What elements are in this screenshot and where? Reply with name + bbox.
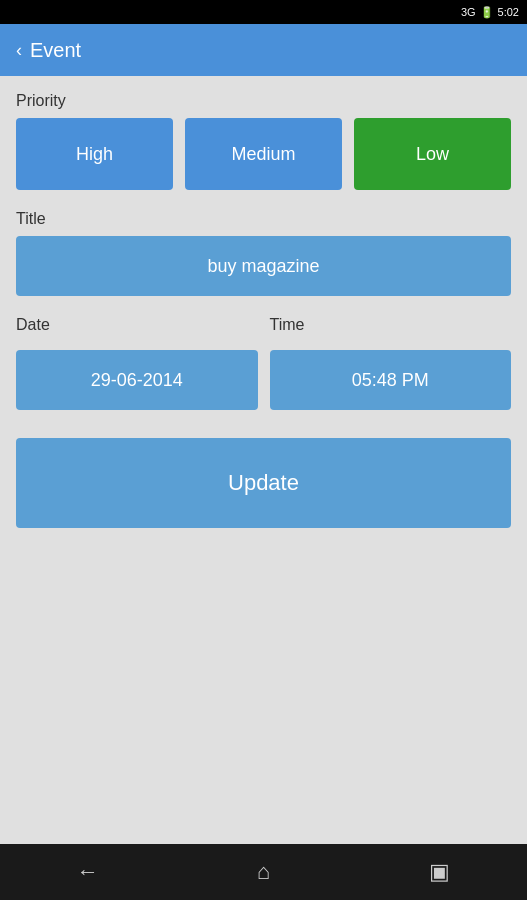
date-time-row: Date 29-06-2014 Time 05:48 PM [16, 316, 511, 410]
back-button[interactable]: ‹ [16, 40, 22, 61]
nav-recent-button[interactable]: ▣ [409, 852, 469, 892]
priority-medium-button[interactable]: Medium [185, 118, 342, 190]
priority-low-button[interactable]: Low [354, 118, 511, 190]
time-label: Time [270, 316, 512, 334]
priority-high-button[interactable]: High [16, 118, 173, 190]
date-button[interactable]: 29-06-2014 [16, 350, 258, 410]
status-icons: 3G 🔋 5:02 [461, 6, 519, 19]
time-section: Time 05:48 PM [270, 316, 512, 410]
nav-bar: ← ⌂ ▣ [0, 844, 527, 900]
nav-home-button[interactable]: ⌂ [233, 852, 293, 892]
app-bar-title: Event [30, 39, 81, 62]
priority-label: Priority [16, 92, 511, 110]
title-input[interactable] [16, 236, 511, 296]
status-bar: 3G 🔋 5:02 [0, 0, 527, 24]
time-display: 5:02 [498, 6, 519, 18]
nav-back-button[interactable]: ← [58, 852, 118, 892]
main-content: Priority High Medium Low Title Date 29-0… [0, 76, 527, 844]
time-button[interactable]: 05:48 PM [270, 350, 512, 410]
app-bar: ‹ Event [0, 24, 527, 76]
title-section: Title [16, 210, 511, 296]
priority-section: Priority High Medium Low [16, 92, 511, 190]
update-button[interactable]: Update [16, 438, 511, 528]
title-label: Title [16, 210, 511, 228]
date-section: Date 29-06-2014 [16, 316, 258, 410]
network-indicator: 3G [461, 6, 476, 18]
date-label: Date [16, 316, 258, 334]
battery-icon: 🔋 [480, 6, 494, 19]
priority-buttons: High Medium Low [16, 118, 511, 190]
